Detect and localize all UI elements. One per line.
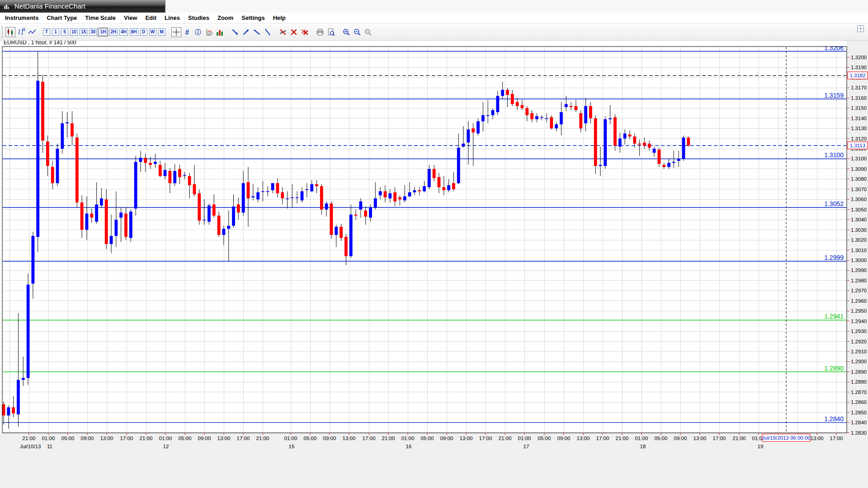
timeframe-button-10[interactable]: 10 [70,28,78,36]
timeframe-button-8h[interactable]: 8H [130,28,138,36]
timeframe-button-5[interactable]: 5 [61,28,68,36]
grid-button[interactable]: # [182,27,192,37]
svg-text:05:00: 05:00 [61,436,75,441]
menu-item-lines[interactable]: Lines [160,13,184,21]
svg-text:1.3190: 1.3190 [851,65,867,70]
menu-item-instruments[interactable]: Instruments [1,13,42,21]
app-icon [4,3,10,9]
print-preview-button[interactable] [326,27,336,37]
svg-text:1.3040: 1.3040 [851,217,867,222]
time-axis[interactable]: 21:0001:0005:0009:0013:0017:0021:0001:00… [20,433,843,449]
date-label: 12 [163,444,169,449]
svg-text:1.2920: 1.2920 [851,339,867,344]
svg-text:17:00: 17:00 [713,436,726,441]
menu-bar: InstrumentsChart TypeTime ScaleViewEditL… [0,13,868,23]
layout-grid-button[interactable] [857,25,864,34]
timeframe-button-w[interactable]: W [149,28,156,36]
zoom-reset-icon [364,28,372,36]
alert-line-label: 1.2941 [824,313,844,320]
svg-text:1.3150: 1.3150 [851,105,867,111]
menu-item-time-scale[interactable]: Time Scale [81,13,120,21]
crosshair-button[interactable] [171,27,181,37]
menu-item-view[interactable]: View [120,13,141,21]
menu-item-studies[interactable]: Studies [184,13,213,21]
price-chart-canvas[interactable]: 1.32061.31591.31001.30521.29991.29411.28… [0,0,868,488]
print-button[interactable] [315,27,325,37]
svg-text:09:00: 09:00 [557,436,571,441]
timeframe-button-1h[interactable]: 1H [99,28,107,36]
alert-line-label: 1.2840 [824,415,844,422]
zoom-in-button[interactable] [341,27,351,37]
svg-text:13:00: 13:00 [100,436,113,441]
window-titlebar[interactable]: NetDania FinanceChart [0,0,165,13]
svg-text:01:00: 01:00 [284,436,297,441]
time-marker-box: Jul/19/2013 06:00:00 [762,434,810,442]
timeframe-button-m[interactable]: M [158,28,165,36]
delete-selected-button[interactable] [289,27,299,37]
svg-text:1.3170: 1.3170 [851,85,867,90]
timeframe-button-1[interactable]: 1 [52,28,59,36]
line-chart-icon [28,28,36,36]
zoom-out-button[interactable] [352,27,362,37]
svg-text:21:00: 21:00 [382,436,395,441]
svg-text:1.3090: 1.3090 [851,166,867,172]
erase-line-button[interactable] [278,27,288,37]
titlebar-empty-area [166,0,868,13]
toolbar: T151015301H2H4H8HDWM#i123 [0,23,868,41]
svg-text:Jul/19/2013 06:00:00: Jul/19/2013 06:00:00 [762,435,810,441]
svg-text:09:00: 09:00 [198,436,211,441]
bar-chart-button[interactable] [16,27,26,37]
menu-item-chart-type[interactable]: Chart Type [42,13,81,21]
svg-text:1.3010: 1.3010 [851,248,867,253]
svg-text:1.3130: 1.3130 [851,126,867,131]
svg-text:05:00: 05:00 [421,436,434,441]
svg-text:1.2950: 1.2950 [851,308,867,314]
timeframe-button-30[interactable]: 30 [89,28,97,36]
menu-item-zoom[interactable]: Zoom [213,13,237,21]
trendline-up-icon [242,28,250,36]
line-chart-button[interactable] [27,27,37,37]
svg-text:09:00: 09:00 [440,436,453,441]
date-label: 15 [289,444,295,449]
timeframe-button-15[interactable]: 15 [80,28,87,36]
trendline-horizontal-button[interactable] [252,27,262,37]
trendline-vertical-icon [264,28,272,36]
bar-count-button[interactable]: 123 [204,27,214,37]
timeframe-button-2h[interactable]: 2H [109,28,118,36]
svg-text:1.3182: 1.3182 [849,73,865,78]
toolbar-drag-handle[interactable] [2,26,3,38]
crosshair-icon [172,28,180,36]
svg-text:05:00: 05:00 [304,436,317,441]
zoom-reset-button[interactable] [363,27,373,37]
svg-text:1.2960: 1.2960 [851,298,867,304]
volume-button[interactable] [215,27,225,37]
svg-text:i: i [197,29,198,34]
svg-text:1.2900: 1.2900 [851,359,867,364]
window-title: NetDania FinanceChart [14,2,85,10]
delete-all-button[interactable] [300,27,310,37]
svg-text:13:00: 13:00 [693,436,707,441]
timeframe-button-4h[interactable]: 4H [119,28,128,36]
svg-text:21:00: 21:00 [23,436,36,441]
menu-item-settings[interactable]: Settings [237,13,269,21]
info-button[interactable]: i [193,27,203,37]
trendline-vertical-button[interactable] [263,27,273,37]
svg-text:123: 123 [207,31,212,34]
trendline-up-button[interactable] [241,27,251,37]
candlestick-chart-icon [6,28,14,36]
svg-text:01:00: 01:00 [518,436,531,441]
bar-chart-icon [17,28,25,36]
price-axis[interactable]: 1.32001.31901.31801.31701.31601.31501.31… [847,55,867,436]
timeframe-button-t[interactable]: T [43,28,50,36]
timeframe-button-d[interactable]: D [140,28,147,36]
svg-text:13:00: 13:00 [343,436,356,441]
svg-text:1.3113: 1.3113 [850,143,865,148]
menu-item-edit[interactable]: Edit [141,13,160,21]
svg-text:05:00: 05:00 [538,436,551,441]
menu-item-help[interactable]: Help [269,13,290,21]
svg-text:1.3000: 1.3000 [851,258,867,263]
svg-text:1.2880: 1.2880 [851,379,867,385]
trendline-down-button[interactable] [230,27,240,37]
candlestick-chart-button[interactable] [5,27,15,37]
svg-text:01:00: 01:00 [159,436,172,441]
